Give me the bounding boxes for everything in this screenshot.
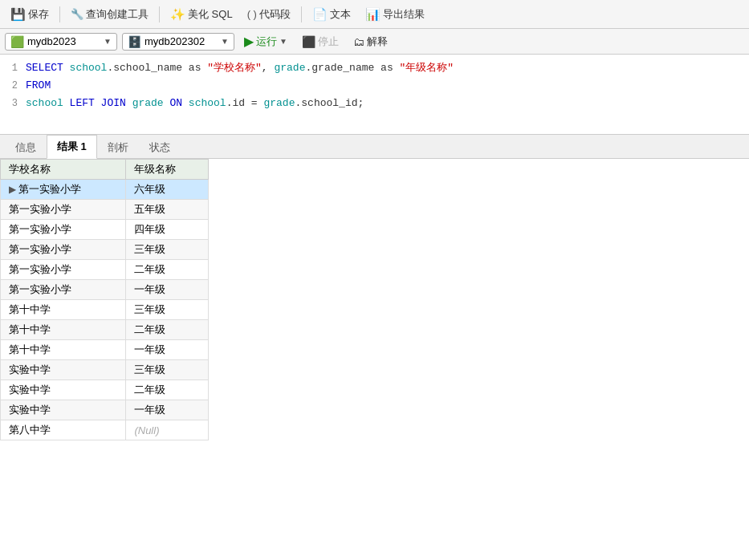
run-icon: ▶ — [244, 34, 254, 49]
result-tab-1[interactable]: 结果 1 — [47, 135, 97, 159]
beautify-label: 美化 SQL — [188, 7, 233, 22]
code-button[interactable]: ( ) 代码段 — [242, 5, 296, 24]
export-icon: 📊 — [365, 7, 381, 22]
db1-selector[interactable]: 🟩 mydb2023 ▼ — [5, 33, 117, 51]
school-cell: 第一实验小学 — [1, 200, 126, 220]
table-row[interactable]: ▶ 第一实验小学六年级 — [1, 180, 209, 200]
school-cell: 第一实验小学 — [1, 280, 126, 300]
grade-cell: 三年级 — [126, 360, 209, 380]
school-cell: 第十中学 — [1, 340, 126, 360]
row-indicator: ▶ — [9, 184, 18, 195]
connection-bar: 🟩 mydb2023 ▼ 🗄️ mydb202302 ▼ ▶ 运行 ▼ ⬛ 停止… — [0, 29, 749, 55]
table-row[interactable]: 实验中学三年级 — [1, 360, 209, 380]
beautify-icon: ✨ — [170, 7, 185, 22]
text-icon: 📄 — [312, 7, 328, 22]
school-cell: 实验中学 — [1, 360, 126, 380]
db2-arrow-icon: ▼ — [221, 37, 229, 46]
sql-line: 2FROM — [0, 77, 749, 95]
save-label: 保存 — [28, 7, 49, 22]
sql-line: 3school LEFT JOIN grade ON school.id = g… — [0, 95, 749, 112]
grade-cell: 二年级 — [126, 380, 209, 400]
sql-code: school LEFT JOIN grade ON school.id = gr… — [26, 95, 364, 112]
column-header: 年级名称 — [126, 160, 209, 180]
grade-cell: 四年级 — [126, 220, 209, 240]
grade-cell: 一年级 — [126, 400, 209, 420]
explain-button[interactable]: 🗂 解释 — [348, 33, 393, 51]
line-number: 3 — [3, 95, 26, 112]
school-cell: 第十中学 — [1, 300, 126, 320]
sql-code: SELECT school.school_name as "学校名称", gra… — [26, 59, 454, 77]
result-tab-2[interactable]: 剖析 — [97, 136, 139, 159]
line-number: 1 — [3, 59, 26, 77]
result-table: 学校名称年级名称 ▶ 第一实验小学六年级第一实验小学五年级第一实验小学四年级第一… — [0, 159, 209, 440]
sql-editor[interactable]: 1SELECT school.school_name as "学校名称", gr… — [0, 55, 749, 135]
explain-icon: 🗂 — [353, 35, 364, 48]
stop-label: 停止 — [318, 34, 339, 49]
stop-icon: ⬛ — [302, 35, 315, 48]
table-row[interactable]: 实验中学二年级 — [1, 380, 209, 400]
result-tabs: 信息结果 1剖析状态 — [0, 135, 749, 159]
db1-name: mydb2023 — [27, 35, 76, 47]
beautify-button[interactable]: ✨ 美化 SQL — [165, 5, 238, 24]
table-row[interactable]: 第十中学一年级 — [1, 340, 209, 360]
table-row[interactable]: 第十中学三年级 — [1, 300, 209, 320]
school-cell: 第一实验小学 — [1, 240, 126, 260]
grade-cell: 六年级 — [126, 180, 209, 200]
table-row[interactable]: 第一实验小学一年级 — [1, 280, 209, 300]
table-header-row: 学校名称年级名称 — [1, 160, 209, 180]
school-cell: ▶ 第一实验小学 — [1, 180, 126, 200]
grade-cell: (Null) — [126, 420, 209, 440]
result-area[interactable]: 学校名称年级名称 ▶ 第一实验小学六年级第一实验小学五年级第一实验小学四年级第一… — [0, 159, 749, 560]
sql-code: FROM — [26, 77, 51, 95]
table-row[interactable]: 第一实验小学四年级 — [1, 220, 209, 240]
result-tab-0[interactable]: 信息 — [5, 136, 47, 159]
explain-label: 解释 — [367, 34, 388, 49]
school-cell: 第一实验小学 — [1, 260, 126, 280]
table-body: ▶ 第一实验小学六年级第一实验小学五年级第一实验小学四年级第一实验小学三年级第一… — [1, 180, 209, 440]
grade-cell: 五年级 — [126, 200, 209, 220]
query-tool-label: 查询创建工具 — [86, 7, 149, 22]
grade-cell: 三年级 — [126, 300, 209, 320]
db2-name: mydb202302 — [145, 35, 205, 47]
stop-button[interactable]: ⬛ 停止 — [297, 33, 344, 51]
grade-cell: 二年级 — [126, 320, 209, 340]
save-icon: 💾 — [10, 7, 26, 22]
school-cell: 实验中学 — [1, 400, 126, 420]
table-row[interactable]: 第一实验小学二年级 — [1, 260, 209, 280]
table-row[interactable]: 第一实验小学五年级 — [1, 200, 209, 220]
export-label: 导出结果 — [383, 7, 425, 22]
db1-arrow-icon: ▼ — [104, 37, 112, 46]
school-cell: 第一实验小学 — [1, 220, 126, 240]
table-row[interactable]: 第八中学(Null) — [1, 420, 209, 440]
code-icon: ( ) — [247, 8, 257, 20]
export-button[interactable]: 📊 导出结果 — [360, 5, 430, 24]
column-header: 学校名称 — [1, 160, 126, 180]
separator-1 — [59, 6, 60, 22]
save-button[interactable]: 💾 保存 — [5, 5, 55, 24]
table-row[interactable]: 第十中学二年级 — [1, 320, 209, 340]
run-button[interactable]: ▶ 运行 ▼ — [239, 32, 292, 51]
query-tool-icon: 🔧 — [71, 8, 83, 20]
sql-line: 1SELECT school.school_name as "学校名称", gr… — [0, 59, 749, 77]
db1-icon: 🟩 — [10, 35, 24, 48]
query-tool-button[interactable]: 🔧 查询创建工具 — [65, 5, 154, 24]
line-number: 2 — [3, 77, 26, 95]
run-dropdown-icon: ▼ — [279, 37, 287, 46]
grade-cell: 二年级 — [126, 260, 209, 280]
separator-2 — [159, 6, 160, 22]
school-cell: 第八中学 — [1, 420, 126, 440]
grade-cell: 三年级 — [126, 240, 209, 260]
table-row[interactable]: 第一实验小学三年级 — [1, 240, 209, 260]
school-cell: 第十中学 — [1, 320, 126, 340]
db2-icon: 🗄️ — [128, 35, 141, 48]
grade-cell: 一年级 — [126, 280, 209, 300]
text-label: 文本 — [330, 7, 351, 22]
run-label: 运行 — [256, 34, 277, 49]
table-row[interactable]: 实验中学一年级 — [1, 400, 209, 420]
main-content: 1SELECT school.school_name as "学校名称", gr… — [0, 55, 749, 560]
db2-selector[interactable]: 🗄️ mydb202302 ▼ — [122, 33, 234, 51]
separator-3 — [301, 6, 302, 22]
toolbar: 💾 保存 🔧 查询创建工具 ✨ 美化 SQL ( ) 代码段 📄 文本 📊 导出… — [0, 0, 749, 29]
result-tab-3[interactable]: 状态 — [139, 136, 181, 159]
text-button[interactable]: 📄 文本 — [307, 5, 356, 24]
